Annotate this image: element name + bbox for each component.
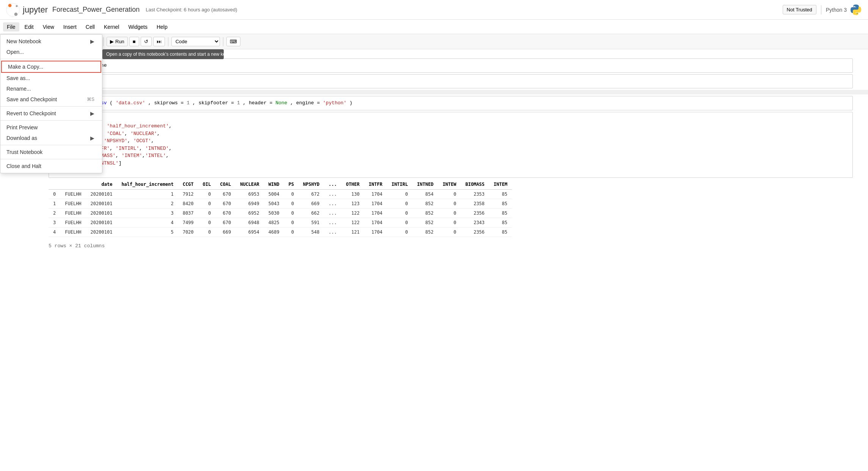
- menu-view[interactable]: View: [39, 22, 58, 31]
- menu-save-as[interactable]: Save as...: [0, 73, 102, 83]
- menu-kernel[interactable]: Kernel: [100, 22, 123, 31]
- python-engine-str: 'python': [323, 100, 346, 106]
- td-cell: 20200101: [86, 227, 117, 237]
- menu-separator-3: [0, 120, 102, 121]
- td-cell: 0: [198, 199, 216, 208]
- table-body: 0FUELHH20200101179120670695350040672...1…: [49, 189, 512, 237]
- td-cell: 20200101: [86, 218, 117, 227]
- table-row: 2FUELHH20200101380370670695250300662...1…: [49, 208, 512, 218]
- menu-revert-checkpoint[interactable]: Revert to Checkpoint ▶: [0, 108, 102, 119]
- menu-print-preview[interactable]: Print Preview: [0, 122, 102, 133]
- td-cell: 85: [489, 208, 512, 218]
- menu-separator-1: [0, 59, 102, 59]
- td-cell: 852: [413, 199, 438, 208]
- menu-cell[interactable]: Cell: [82, 22, 99, 31]
- interrupt-button[interactable]: ■: [129, 37, 139, 46]
- td-cell: 0: [438, 208, 461, 218]
- td-cell: 852: [413, 218, 438, 227]
- th-nuclear: NUCLEAR: [235, 179, 264, 190]
- cell-type-select[interactable]: Code Markdown Raw NBConvert: [171, 37, 220, 46]
- th-wind: WIND: [264, 179, 284, 190]
- menu-make-copy[interactable]: Make a Copy...: [1, 61, 101, 73]
- restart-run-button[interactable]: ⏭: [153, 37, 165, 46]
- th-ps: PS: [284, 179, 298, 190]
- engine-param: engine: [296, 100, 314, 106]
- td-cell: 6952: [235, 208, 264, 218]
- menu-separator-5: [0, 159, 102, 159]
- td-cell: 548: [298, 227, 324, 237]
- menu-save-checkpoint[interactable]: Save and Checkpoint ⌘S: [0, 94, 102, 105]
- cell-separator: [0, 90, 868, 94]
- td-cell: 852: [413, 227, 438, 237]
- td-cell: 8420: [178, 199, 198, 208]
- menu-file[interactable]: File: [3, 22, 19, 31]
- td-cell: 2356: [461, 208, 489, 218]
- td-cell: 0: [284, 199, 298, 208]
- menu-open[interactable]: Open...: [0, 47, 102, 57]
- header-param: header: [249, 100, 267, 106]
- cell-2-content[interactable]: import datetime: [49, 74, 853, 89]
- notebook: In [1]: %matplotlib inline In [2]: impor…: [0, 49, 868, 471]
- cell-1: In [1]: %matplotlib inline: [15, 58, 853, 73]
- td-cell: 0: [284, 218, 298, 227]
- table-row: 1FUELHH20200101284200670694950430669...1…: [49, 199, 512, 208]
- menu-separator-4: [0, 145, 102, 145]
- menu-new-notebook[interactable]: New Notebook ▶: [0, 36, 102, 47]
- table-cell-prompt: [15, 179, 46, 250]
- td-cell: 0: [438, 227, 461, 237]
- td-cell: ...: [324, 208, 341, 218]
- menu-edit[interactable]: Edit: [21, 22, 38, 31]
- run-icon: ▶: [110, 39, 114, 44]
- menu-widgets[interactable]: Widgets: [124, 22, 151, 31]
- menu-trust-notebook[interactable]: Trust Notebook: [0, 147, 102, 157]
- restart-button[interactable]: ↺: [141, 37, 152, 46]
- td-cell: 672: [298, 189, 324, 199]
- svg-point-3: [16, 5, 18, 7]
- menu-close-halt[interactable]: Close and Halt: [0, 161, 102, 171]
- td-cell: 6949: [235, 199, 264, 208]
- td-cell: 85: [489, 227, 512, 237]
- td-cell: 670: [215, 208, 235, 218]
- cell-1-content[interactable]: %matplotlib inline: [49, 58, 853, 73]
- td-cell: ...: [324, 189, 341, 199]
- td-cell: ...: [324, 227, 341, 237]
- table-row: 3FUELHH20200101474990670694848250591...1…: [49, 218, 512, 227]
- cell-4-content[interactable]: = ['HDF', 'date', 'half_hour_increment',…: [49, 112, 853, 178]
- menu-help[interactable]: Help: [153, 22, 171, 31]
- td-cell: 1704: [364, 218, 387, 227]
- td-cell: 852: [413, 208, 438, 218]
- td-cell: 1704: [364, 208, 387, 218]
- menu-rename[interactable]: Rename...: [0, 83, 102, 94]
- svg-point-1: [8, 4, 12, 7]
- td-cell: FUELHH: [60, 189, 86, 199]
- th-col0: [60, 179, 86, 190]
- th-hhi: half_hour_increment: [117, 179, 178, 190]
- td-cell: 2353: [461, 189, 489, 199]
- keyboard-shortcuts-button[interactable]: ⌨: [226, 37, 240, 46]
- cell-3-content[interactable]: df = pd . read_csv ( 'data.csv' , skipro…: [49, 96, 853, 110]
- data-table: date half_hour_increment CCGT OIL COAL N…: [49, 179, 512, 237]
- th-biomass: BIOMASS: [461, 179, 489, 190]
- td-cell: 20200101: [86, 189, 117, 199]
- table-row: 0FUELHH20200101179120670695350040672...1…: [49, 189, 512, 199]
- td-cell: 669: [298, 199, 324, 208]
- td-cell: 854: [413, 189, 438, 199]
- notebook-title: Forecast_Power_Generation: [52, 6, 140, 14]
- td-cell: 4825: [264, 218, 284, 227]
- run-button[interactable]: ▶ Run: [107, 37, 128, 46]
- td-cell: 670: [215, 189, 235, 199]
- td-cell: 7912: [178, 189, 198, 199]
- skipfooter-param: skipfooter: [198, 100, 228, 106]
- table-header-row: date half_hour_increment CCGT OIL COAL N…: [49, 179, 512, 190]
- th-intfr: INTFR: [364, 179, 387, 190]
- menu-insert[interactable]: Insert: [60, 22, 80, 31]
- not-trusted-button[interactable]: Not Trusted: [783, 5, 816, 14]
- td-cell: 0: [438, 218, 461, 227]
- th-intned: INTNED: [413, 179, 438, 190]
- td-cell: 0: [198, 218, 216, 227]
- td-row-index: 3: [49, 218, 60, 227]
- td-cell: 85: [489, 189, 512, 199]
- td-cell: 670: [215, 199, 235, 208]
- menu-download-as[interactable]: Download as ▶: [0, 133, 102, 143]
- td-cell: 6948: [235, 218, 264, 227]
